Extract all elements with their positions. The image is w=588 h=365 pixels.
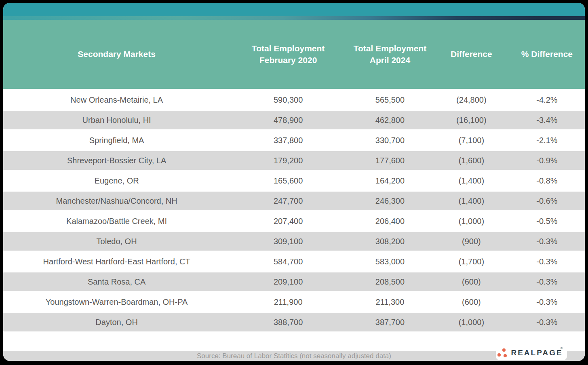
market-name: Santa Rosa, CA [3, 277, 230, 287]
table-row: Dayton, OH 388,700 387,700 (1,000) -0.3% [3, 313, 585, 331]
gradient-divider-bar [3, 16, 585, 20]
employment-apr-2024-value: 565,500 [346, 95, 434, 105]
difference-value: (16,100) [434, 116, 509, 125]
difference-value: (1,000) [434, 217, 509, 226]
difference-value: (1,000) [434, 318, 509, 327]
percent-difference-value: -0.5% [509, 217, 585, 226]
table-row: Kalamazoo/Battle Creek, MI 207,400 206,4… [3, 212, 585, 230]
percent-difference-value: -0.3% [509, 237, 585, 246]
page-background: Secondary Markets Total Employment Febru… [0, 0, 588, 365]
column-header-total-employment-feb-2020: Total Employment February 2020 [230, 43, 346, 66]
percent-difference-value: -0.8% [509, 176, 585, 186]
percent-difference-value: -0.3% [509, 318, 585, 327]
table-row: Shreveport-Bossier City, LA 179,200 177,… [3, 151, 585, 170]
column-header-secondary-markets: Secondary Markets [3, 49, 230, 60]
market-name: Hartford-West Hartford-East Hartford, CT [3, 257, 230, 266]
market-name: Toledo, OH [3, 237, 230, 246]
realpage-dots-icon [497, 348, 508, 357]
table-header-row: Secondary Markets Total Employment Febru… [3, 20, 585, 89]
difference-value: (1,600) [434, 156, 509, 165]
percent-difference-value: -4.2% [509, 95, 585, 105]
top-accent-bar [3, 3, 585, 16]
table-row: Urban Honolulu, HI 478,900 462,800 (16,1… [3, 111, 585, 129]
employment-feb-2020-value: 309,100 [230, 237, 346, 246]
employment-apr-2024-value: 330,700 [346, 136, 434, 145]
percent-difference-value: -0.6% [509, 196, 585, 206]
market-name: Youngstown-Warren-Boardman, OH-PA [3, 297, 230, 307]
realpage-logo: REALPAGE® [496, 345, 567, 360]
table-row: Santa Rosa, CA 209,100 208,500 (600) -0.… [3, 272, 585, 291]
employment-apr-2024-value: 211,300 [346, 297, 434, 307]
employment-feb-2020-value: 247,700 [230, 196, 346, 206]
market-name: Urban Honolulu, HI [3, 116, 230, 125]
table-row: Manchester/Nashua/Concord, NH 247,700 24… [3, 192, 585, 210]
employment-feb-2020-value: 165,600 [230, 176, 346, 186]
employment-apr-2024-value: 387,700 [346, 318, 434, 327]
employment-feb-2020-value: 207,400 [230, 217, 346, 226]
employment-apr-2024-value: 308,200 [346, 237, 434, 246]
table-row: Toledo, OH 309,100 308,200 (900) -0.3% [3, 232, 585, 251]
percent-difference-value: -0.3% [509, 257, 585, 266]
employment-feb-2020-value: 211,900 [230, 297, 346, 307]
employment-apr-2024-value: 164,200 [346, 176, 434, 186]
difference-value: (1,700) [434, 257, 509, 266]
column-header-total-employment-apr-2024: Total Employment April 2024 [346, 43, 434, 66]
difference-value: (24,800) [434, 95, 509, 105]
market-name: New Orleans-Metairie, LA [3, 95, 230, 105]
realpage-logo-wordmark: REALPAGE® [511, 348, 565, 357]
employment-feb-2020-value: 584,700 [230, 257, 346, 266]
table-body: New Orleans-Metairie, LA 590,300 565,500… [3, 89, 585, 333]
percent-difference-value: -3.4% [509, 116, 585, 125]
table-row: Springfield, MA 337,800 330,700 (7,100) … [3, 131, 585, 150]
table-row: Hartford-West Hartford-East Hartford, CT… [3, 252, 585, 271]
column-header-percent-difference: % Difference [509, 49, 585, 60]
difference-value: (7,100) [434, 136, 509, 145]
employment-feb-2020-value: 478,900 [230, 116, 346, 125]
employment-apr-2024-value: 246,300 [346, 196, 434, 206]
column-header-difference: Difference [434, 49, 509, 60]
employment-apr-2024-value: 206,400 [346, 217, 434, 226]
percent-difference-value: -0.3% [509, 277, 585, 287]
market-name: Manchester/Nashua/Concord, NH [3, 196, 230, 206]
registered-mark-icon: ® [561, 346, 563, 350]
table-row: Eugene, OR 165,600 164,200 (1,400) -0.8% [3, 171, 585, 190]
percent-difference-value: -0.9% [509, 156, 585, 165]
difference-value: (1,400) [434, 196, 509, 206]
employment-apr-2024-value: 177,600 [346, 156, 434, 165]
employment-feb-2020-value: 179,200 [230, 156, 346, 165]
table-row: New Orleans-Metairie, LA 590,300 565,500… [3, 91, 585, 109]
market-name: Kalamazoo/Battle Creek, MI [3, 217, 230, 226]
source-text: Source: Bureau of Labor Statitics (not s… [197, 352, 391, 360]
market-name: Eugene, OR [3, 176, 230, 186]
market-name: Shreveport-Bossier City, LA [3, 156, 230, 165]
employment-apr-2024-value: 583,000 [346, 257, 434, 266]
employment-feb-2020-value: 388,700 [230, 318, 346, 327]
percent-difference-value: -0.3% [509, 297, 585, 307]
difference-value: (600) [434, 297, 509, 307]
employment-feb-2020-value: 337,800 [230, 136, 346, 145]
difference-value: (600) [434, 277, 509, 287]
market-name: Springfield, MA [3, 136, 230, 145]
employment-feb-2020-value: 209,100 [230, 277, 346, 287]
table-row: Youngstown-Warren-Boardman, OH-PA 211,90… [3, 293, 585, 311]
market-name: Dayton, OH [3, 318, 230, 327]
employment-apr-2024-value: 208,500 [346, 277, 434, 287]
difference-value: (900) [434, 237, 509, 246]
realpage-logo-text: REALPAGE [511, 348, 563, 357]
employment-apr-2024-value: 462,800 [346, 116, 434, 125]
employment-feb-2020-value: 590,300 [230, 95, 346, 105]
percent-difference-value: -2.1% [509, 136, 585, 145]
difference-value: (1,400) [434, 176, 509, 186]
employment-table-card: Secondary Markets Total Employment Febru… [3, 3, 585, 361]
